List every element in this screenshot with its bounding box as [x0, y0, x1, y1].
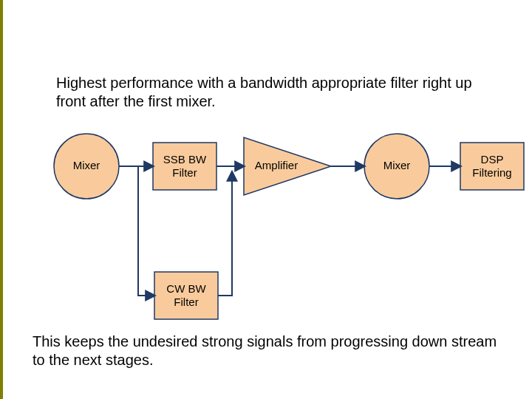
ssb-filter-block: SSB BW Filter [153, 143, 216, 190]
footer-text: This keeps the undesired strong signals … [33, 332, 505, 369]
cw-filter-label-2: Filter [174, 296, 198, 308]
amplifier-label: Amplifier [255, 159, 298, 171]
mixer1-block: Mixer [54, 134, 119, 199]
slide: Highest performance with a bandwidth app… [0, 0, 532, 399]
amplifier-block: Amplifier [244, 137, 331, 195]
connector-down-to-cw [138, 166, 154, 296]
mixer1-label: Mixer [73, 159, 100, 171]
mixer2-block: Mixer [364, 134, 429, 199]
ssb-filter-label-1: SSB BW [163, 153, 207, 166]
ssb-filter-label-2: Filter [172, 166, 197, 179]
connector-cw-up [218, 172, 232, 296]
mixer2-label: Mixer [383, 159, 411, 171]
dsp-label-1: DSP [481, 153, 504, 166]
dsp-filtering-block: DSP Filtering [460, 143, 524, 190]
cw-filter-block: CW BW Filter [154, 272, 218, 319]
cw-filter-label-1: CW BW [166, 282, 206, 295]
dsp-label-2: Filtering [472, 166, 511, 179]
